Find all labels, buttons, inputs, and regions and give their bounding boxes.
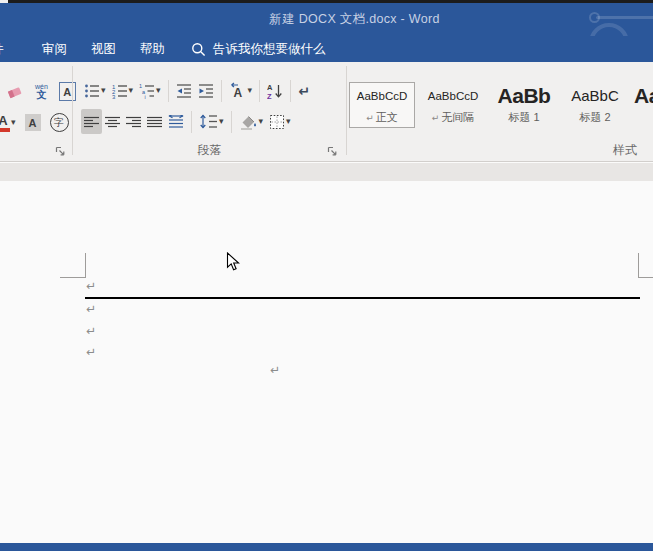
watermark-line: [596, 16, 653, 19]
paragraph-border-line: [85, 297, 640, 299]
bullets-button[interactable]: ▾: [81, 78, 109, 103]
distributed-icon: [168, 115, 184, 129]
sort-button[interactable]: A Z: [264, 78, 286, 103]
paint-bucket-icon: [239, 114, 258, 130]
ribbon: wén 文 A A ▾ A: [0, 62, 653, 162]
tell-me-control[interactable]: 告诉我你想要做什么: [191, 41, 326, 58]
separator: [290, 80, 291, 102]
paragraph-dialog-launcher[interactable]: [327, 146, 338, 157]
paragraph-mark-icon: ↵: [366, 113, 374, 123]
align-left-icon: [84, 116, 99, 128]
font-group: wén 文 A A ▾ A: [0, 62, 72, 161]
tell-me-label: 告诉我你想要做什么: [213, 41, 326, 58]
svg-text:3: 3: [112, 94, 116, 99]
borders-button[interactable]: ▾: [266, 109, 294, 134]
line-spacing-button[interactable]: ▾: [196, 109, 227, 134]
asian-layout-button[interactable]: A ▾: [226, 78, 256, 103]
search-icon: [191, 42, 206, 57]
phonetic-guide-button[interactable]: wén 文: [32, 79, 51, 104]
paragraph-mark-icon: ↵: [432, 113, 440, 123]
align-left-button[interactable]: [81, 109, 102, 134]
status-bar[interactable]: [0, 543, 653, 551]
chevron-down-icon[interactable]: ▾: [286, 117, 291, 126]
asian-layout-icon: A: [229, 82, 247, 99]
paragraph-mark: ↵: [86, 280, 96, 292]
shading-button[interactable]: ▾: [236, 109, 267, 134]
paragraph-mark-icon: ↵: [298, 83, 310, 99]
word-window: 新建 DOCX 文档.docx - Word 件 审阅 视图 帮助 告诉我你想要…: [0, 0, 653, 551]
style-item-heading2[interactable]: AaBbC 标题 2: [562, 82, 628, 128]
style-item-partial[interactable]: AaBbCcD: [633, 82, 653, 128]
borders-icon: [269, 114, 285, 130]
chevron-down-icon[interactable]: ▾: [248, 86, 253, 95]
paragraph-mark: ↵: [86, 303, 96, 315]
multilevel-list-icon: 1ai: [139, 83, 155, 99]
numbered-list-icon: 123: [112, 83, 128, 99]
align-center-icon: [105, 116, 120, 128]
font-color-button[interactable]: A ▾: [0, 110, 19, 135]
show-formatting-marks-button[interactable]: ↵: [295, 78, 313, 103]
separator: [168, 80, 169, 102]
document-page[interactable]: [0, 181, 653, 543]
style-item-no-spacing[interactable]: AaBbCcD ↵无间隔: [420, 82, 486, 128]
chevron-down-icon[interactable]: ▾: [101, 86, 106, 95]
enclose-characters-icon: 字: [50, 113, 69, 132]
mouse-cursor-icon: [226, 252, 240, 273]
increase-indent-icon: [198, 83, 214, 99]
chevron-down-icon[interactable]: ▾: [129, 86, 134, 95]
tab-view[interactable]: 视图: [79, 41, 128, 58]
decrease-indent-icon: [176, 83, 192, 99]
eraser-icon: [6, 84, 24, 100]
separator: [221, 80, 222, 102]
character-shading-button[interactable]: A: [22, 110, 44, 135]
paragraph-mark: ↵: [86, 346, 96, 358]
chevron-down-icon[interactable]: ▾: [219, 117, 224, 126]
line-spacing-icon: [199, 114, 218, 129]
chevron-down-icon[interactable]: ▾: [11, 118, 16, 127]
svg-text:Z: Z: [267, 91, 272, 99]
justify-icon: [147, 116, 162, 128]
separator: [191, 111, 192, 133]
styles-group-label: 样式: [347, 142, 653, 159]
font-color-icon: A: [0, 114, 10, 132]
tab-review[interactable]: 审阅: [30, 41, 79, 58]
tab-help[interactable]: 帮助: [128, 41, 177, 58]
style-item-heading1[interactable]: AaBb 标题 1: [491, 82, 557, 128]
paragraph-mark: ↵: [270, 364, 280, 376]
decrease-indent-button[interactable]: [173, 78, 195, 103]
numbering-button[interactable]: 123 ▾: [109, 78, 137, 103]
sort-icon: A Z: [267, 83, 283, 99]
ribbon-tab-row: 件 审阅 视图 帮助 告诉我你想要做什么: [0, 36, 653, 62]
align-center-button[interactable]: [102, 109, 123, 134]
separator: [231, 111, 232, 133]
ribbon-page-gap: [0, 162, 653, 181]
chevron-down-icon[interactable]: ▾: [156, 86, 161, 95]
separator: [259, 80, 260, 102]
multilevel-list-button[interactable]: 1ai ▾: [136, 78, 164, 103]
paragraph-group: ▾ 123 ▾ 1ai: [73, 62, 346, 161]
window-title: 新建 DOCX 文档.docx - Word: [269, 11, 439, 28]
distributed-button[interactable]: [165, 109, 187, 134]
character-shading-icon: A: [25, 114, 41, 131]
style-item-normal[interactable]: AaBbCcD ↵正文: [349, 82, 415, 128]
margin-crop-mark-left: [60, 253, 86, 278]
clear-formatting-button[interactable]: [3, 79, 27, 104]
styles-gallery: AaBbCcD ↵正文 AaBbCcD ↵无间隔 AaBb 标题 1 AaBbC…: [349, 82, 653, 128]
align-right-button[interactable]: [123, 109, 144, 134]
increase-indent-button[interactable]: [195, 78, 217, 103]
svg-text:i: i: [145, 94, 146, 99]
paragraph-group-label: 段落: [73, 142, 346, 159]
enclose-characters-button[interactable]: 字: [47, 110, 72, 135]
justify-button[interactable]: [144, 109, 165, 134]
align-right-icon: [126, 116, 141, 128]
font-dialog-launcher[interactable]: [55, 146, 66, 157]
chevron-down-icon[interactable]: ▾: [259, 117, 264, 126]
bullet-list-icon: [84, 83, 100, 99]
styles-group: AaBbCcD ↵正文 AaBbCcD ↵无间隔 AaBb 标题 1 AaBbC…: [347, 62, 653, 161]
phonetic-guide-icon: wén 文: [35, 83, 48, 100]
title-bar: 新建 DOCX 文档.docx - Word: [0, 3, 653, 36]
margin-crop-mark-right: [638, 253, 653, 278]
tab-partial-left[interactable]: 件: [0, 40, 30, 58]
paragraph-mark: ↵: [86, 325, 96, 337]
